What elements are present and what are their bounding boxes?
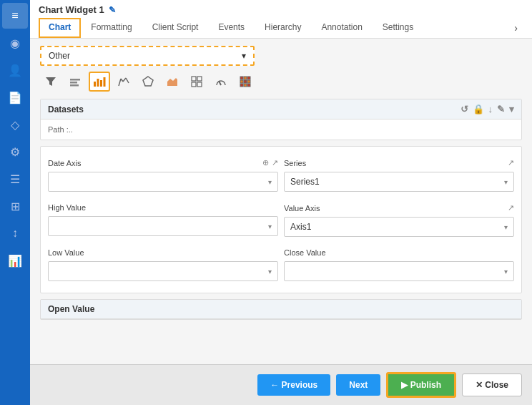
- chart-icon-pentagon[interactable]: [137, 72, 159, 92]
- svg-marker-0: [46, 77, 56, 86]
- chart-type-value: Other: [49, 51, 70, 61]
- svg-rect-2: [70, 82, 77, 84]
- svg-rect-16: [192, 82, 196, 87]
- open-value-panel: Open Value: [40, 299, 522, 320]
- date-axis-field: Date Axis ⊕ ↗ ▾: [48, 158, 278, 192]
- chart-type-dropdown[interactable]: Other ▾: [40, 46, 255, 66]
- datasets-download-icon[interactable]: ↓: [488, 104, 493, 114]
- high-value-label: High Value: [48, 203, 86, 212]
- sidebar-icon-list[interactable]: ☰: [2, 166, 28, 192]
- tab-hierarchy[interactable]: Hierarchy: [255, 18, 311, 38]
- tab-events[interactable]: Events: [208, 18, 255, 38]
- close-button[interactable]: ✕ Close: [462, 374, 522, 396]
- date-axis-chevron-icon: ▾: [268, 178, 272, 186]
- tab-chart[interactable]: Chart: [39, 18, 81, 38]
- edit-title-icon[interactable]: ✎: [109, 5, 116, 15]
- form-row-1: Date Axis ⊕ ↗ ▾ Series: [48, 152, 514, 197]
- form-row-2: High Value ▾ Value Axis ↗ A: [48, 197, 514, 243]
- series-navigate-icon[interactable]: ↗: [508, 158, 514, 167]
- date-axis-select[interactable]: ▾: [48, 172, 278, 192]
- series-chevron-icon: ▾: [504, 178, 508, 186]
- date-axis-add-icon[interactable]: ⊕: [262, 158, 269, 167]
- value-axis-header: Value Axis ↗: [284, 203, 514, 213]
- series-label: Series: [284, 159, 306, 167]
- tab-annotation[interactable]: Annotation: [311, 18, 372, 38]
- svg-rect-22: [240, 80, 243, 83]
- datasets-refresh-icon[interactable]: ↺: [460, 104, 468, 114]
- chart-icon-line[interactable]: [113, 72, 134, 92]
- chart-icon-treemap[interactable]: [186, 72, 207, 92]
- high-value-select[interactable]: ▾: [48, 216, 278, 236]
- datasets-label: Datasets: [48, 104, 84, 114]
- svg-rect-21: [247, 77, 250, 79]
- footer: ← Previous Next ▶ Publish ✕ Close: [30, 364, 532, 405]
- dropdown-chevron-icon: ▾: [242, 51, 246, 61]
- svg-rect-24: [247, 80, 250, 83]
- svg-marker-13: [167, 78, 177, 86]
- tab-settings[interactable]: Settings: [373, 18, 423, 38]
- chart-icon-bar[interactable]: [64, 72, 86, 92]
- chart-icon-heatmap[interactable]: [235, 72, 256, 92]
- sidebar-icon-settings[interactable]: ⚙: [2, 139, 28, 165]
- sidebar-icon-dashboard[interactable]: ◉: [2, 30, 28, 56]
- content-area: Other ▾: [30, 39, 532, 364]
- open-value-header: Open Value: [41, 300, 521, 319]
- svg-line-8: [119, 79, 121, 86]
- svg-rect-5: [97, 79, 99, 87]
- chart-icon-area[interactable]: [162, 72, 183, 92]
- sidebar-icon-grid[interactable]: ⊞: [2, 193, 28, 219]
- widget-title: Chart Widget 1: [39, 4, 104, 15]
- high-value-chevron-icon: ▾: [268, 223, 272, 230]
- chart-type-row: Other ▾: [40, 46, 522, 66]
- value-axis-select[interactable]: Axis1 ▾: [284, 217, 514, 237]
- value-axis-label: Value Axis: [284, 204, 320, 213]
- publish-button[interactable]: ▶ Publish: [386, 372, 456, 398]
- datasets-body: Path :..: [41, 119, 521, 140]
- low-value-header: Low Value: [48, 248, 278, 257]
- series-select[interactable]: Series1 ▾: [284, 172, 514, 192]
- date-axis-header: Date Axis ⊕ ↗: [48, 158, 278, 167]
- low-value-select[interactable]: ▾: [48, 261, 278, 281]
- svg-rect-20: [244, 77, 247, 79]
- datasets-lock-icon[interactable]: 🔒: [473, 104, 484, 114]
- value-axis-field: Value Axis ↗ Axis1 ▾: [284, 203, 514, 237]
- tab-formatting[interactable]: Formatting: [81, 18, 142, 38]
- chart-icon-gauge[interactable]: [210, 72, 232, 92]
- chart-icon-column[interactable]: [89, 72, 110, 92]
- next-button[interactable]: Next: [336, 374, 380, 396]
- svg-rect-3: [70, 84, 79, 87]
- header-bar: Chart Widget 1 ✎ Chart Formatting Client…: [30, 0, 532, 39]
- close-value-field: Close Value ▾: [284, 248, 514, 281]
- previous-button[interactable]: ← Previous: [257, 374, 330, 396]
- sidebar-icon-shapes[interactable]: ◇: [2, 112, 28, 137]
- svg-rect-4: [94, 82, 96, 87]
- chart-icon-filter[interactable]: [40, 72, 61, 92]
- date-axis-navigate-icon[interactable]: ↗: [272, 158, 278, 167]
- sidebar-icon-home[interactable]: ≡: [2, 3, 28, 29]
- svg-rect-26: [244, 84, 247, 87]
- value-axis-icons: ↗: [508, 203, 514, 213]
- svg-rect-6: [100, 80, 102, 87]
- series-field: Series ↗ Series1 ▾: [284, 158, 514, 192]
- series-value: Series1: [290, 177, 320, 187]
- tabs-more-button[interactable]: ›: [508, 18, 523, 38]
- sidebar-icon-docs[interactable]: 📄: [2, 84, 28, 110]
- sidebar-icon-sort[interactable]: ↕: [2, 220, 28, 246]
- close-value-label: Close Value: [284, 248, 326, 257]
- high-value-field: High Value ▾: [48, 203, 278, 237]
- value-axis-navigate-icon[interactable]: ↗: [508, 203, 514, 213]
- main-panel: Chart Widget 1 ✎ Chart Formatting Client…: [30, 0, 532, 405]
- datasets-collapse-icon[interactable]: ▾: [509, 104, 514, 114]
- datasets-edit-icon[interactable]: ✎: [497, 104, 505, 114]
- datasets-header: Datasets ↺ 🔒 ↓ ✎ ▾: [41, 99, 521, 119]
- chart-icons-row: [40, 72, 522, 92]
- svg-rect-7: [104, 77, 106, 87]
- svg-rect-17: [197, 82, 202, 87]
- close-value-select[interactable]: ▾: [284, 261, 514, 281]
- sidebar-icon-chart[interactable]: 📊: [2, 248, 28, 273]
- path-label: Path :..: [48, 124, 514, 135]
- sidebar: ≡ ◉ 👤 📄 ◇ ⚙ ☰ ⊞ ↕ 📊: [0, 0, 30, 405]
- sidebar-icon-users[interactable]: 👤: [2, 57, 28, 83]
- tab-client-script[interactable]: Client Script: [142, 18, 209, 38]
- date-axis-icons: ⊕ ↗: [262, 158, 278, 167]
